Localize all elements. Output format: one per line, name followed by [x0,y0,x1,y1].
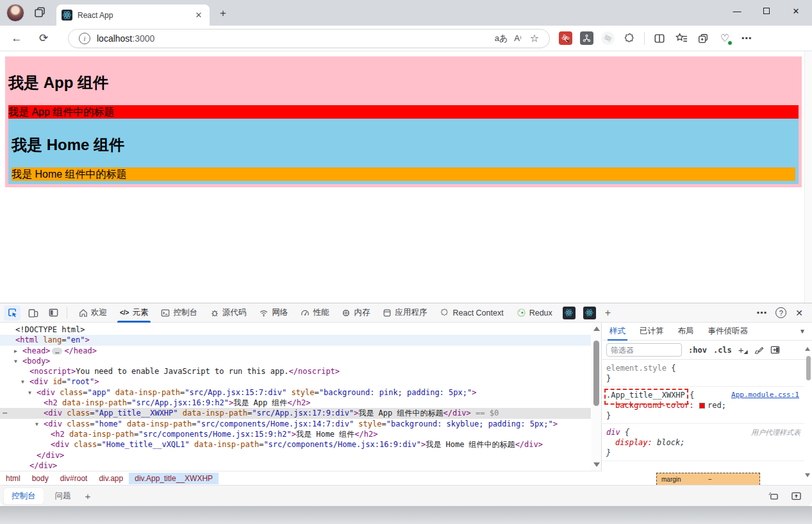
style-rule-app-title[interactable]: .App_title__XWXHP { App.module.css:1 bac… [602,387,804,424]
breadcrumb-item[interactable]: div.app [93,473,129,484]
react-devtools-tab[interactable] [581,305,599,321]
scroll-down-icon[interactable] [593,462,600,467]
devtools-tab-sources[interactable]: 源代码 [204,303,253,323]
atom-extension-icon[interactable] [601,31,615,45]
dom-tree-row[interactable]: <html lang="en"> [0,335,591,345]
browser-essentials-icon[interactable]: ♡ [718,31,732,46]
scroll-down-icon[interactable] [805,473,810,477]
new-style-rule-icon[interactable]: +◢ [738,344,748,355]
drawer-dock-icon[interactable] [768,491,779,501]
devtools-more-icon[interactable]: ⋯ [756,307,766,319]
expander-icon[interactable]: ▶ [14,346,22,357]
dom-tree-row[interactable]: <div class="Home_title__vXQL1" data-insp… [0,439,591,450]
styles-scrollbar[interactable] [804,342,812,485]
tab-close-icon[interactable]: ✕ [193,10,204,21]
breadcrumb-item[interactable]: div.App_title__XWXHP [129,473,219,484]
info-icon[interactable]: i [79,33,90,44]
favorites-bar-icon[interactable] [674,31,688,46]
stylesheet-source-link[interactable]: App.module.css:1 [731,390,800,400]
styles-filter-input[interactable] [606,343,682,357]
dock-side-icon[interactable] [45,305,62,321]
maximize-button[interactable] [752,0,781,22]
devtools-tab-welcome[interactable]: 欢迎 [72,303,113,323]
dom-tree-row[interactable]: <h2 data-insp-path="src/App.jsx:16:9:h2"… [0,398,591,408]
dom-tree-row[interactable]: ⋯<div class="App_title__XWXHP" data-insp… [0,408,591,418]
profile-avatar[interactable] [6,4,24,22]
dom-tree-row[interactable]: ▼<div class="home" data-insp-path="src/c… [0,419,591,429]
boxmodel-margin[interactable]: margin − [656,473,760,485]
dom-tree-row[interactable]: ▼<div id="root"> [0,376,591,387]
browser-tab[interactable]: React App ✕ [56,4,210,26]
tab-computed[interactable]: 已计算 [633,323,671,341]
devtools-tab-elements[interactable]: </> 元素 [113,303,154,323]
devtools-tab-performance[interactable]: 性能 [294,303,335,323]
settings-more-icon[interactable]: ⋯ [740,31,754,46]
read-aloud-icon[interactable]: A⁾ [510,33,526,43]
console-icon [161,308,170,317]
workspaces-icon[interactable] [33,6,47,20]
collections-icon[interactable] [696,31,710,46]
devtools-tab-redux[interactable]: Redux [510,303,559,323]
favorite-star-icon[interactable]: ☆ [526,32,543,44]
dom-tree-row[interactable]: <h2 data-insp-path="src/components/Home.… [0,429,591,439]
expander-icon[interactable]: ▼ [28,388,37,398]
devtools-tab-network[interactable]: 网络 [253,303,294,323]
translate-icon[interactable]: aあ [493,33,510,44]
dom-tree-row[interactable]: </div> [0,461,591,471]
pseudo-state-toggle[interactable]: :hov [688,346,707,355]
tab-event-listeners[interactable]: 事件侦听器 [701,323,756,341]
new-tab-button[interactable]: + [216,6,230,21]
expander-icon[interactable]: ▼ [35,419,44,430]
page-scrollbar[interactable] [804,51,812,303]
devtools-tab-application[interactable]: 应用程序 [376,303,433,323]
devtools-close-icon[interactable]: ✕ [795,308,803,318]
extensions-puzzle-icon[interactable] [622,31,636,46]
dom-tree-row[interactable]: <noscript>You need to enable JavaScript … [0,366,591,376]
class-toggle[interactable]: .cls [713,346,732,355]
address-bar[interactable]: i localhost:3000 aあ A⁾ ☆ [68,29,550,48]
graph-extension-icon[interactable] [580,31,593,45]
drawer-tab-console[interactable]: 控制台 [4,488,44,504]
dom-tree-row[interactable]: <!DOCTYPE html> [0,325,591,335]
drawer-more-tools-button[interactable]: + [85,491,91,502]
expander-icon[interactable]: ▼ [21,377,29,387]
device-emulation-icon[interactable] [24,305,41,321]
dom-tree-row[interactable]: ▼<body> [0,356,591,366]
inspect-element-icon[interactable] [4,305,21,321]
devtools-tab-console[interactable]: 控制台 [154,303,204,323]
dom-tree-scrollbar[interactable] [592,323,601,471]
scroll-up-icon[interactable] [805,347,810,351]
breadcrumb-item[interactable]: div#root [54,473,94,484]
drawer-tab-issues[interactable]: 问题 [47,488,79,504]
more-tabs-button[interactable]: + [605,307,611,319]
split-screen-icon[interactable] [652,31,667,46]
react-devtools-extension-icon[interactable] [559,31,572,45]
react-devtools-tab[interactable] [560,305,578,321]
back-icon[interactable]: ← [8,30,26,47]
brush-icon[interactable] [754,345,764,355]
scroll-up-icon[interactable] [593,326,600,331]
devtools-tab-memory[interactable]: 内存 [335,303,376,323]
breadcrumb-item[interactable]: body [26,473,54,484]
minimize-button[interactable]: — [722,0,752,22]
tab-layout[interactable]: 布局 [671,323,701,341]
dom-tree-column: <!DOCTYPE html><html lang="en">▶<head>…<… [0,323,602,485]
style-rule-element-style[interactable]: element.style { } [602,360,804,387]
tab-styles[interactable]: 样式 [602,323,633,341]
breadcrumb-item[interactable]: html [0,473,26,484]
chevron-down-icon[interactable]: ▼ [799,328,806,335]
drawer-expand-icon[interactable] [791,491,802,501]
scrollbar-thumb[interactable] [593,341,599,406]
dock-pane-icon[interactable] [770,345,780,355]
devtools-tab-react-context[interactable]: React Context [433,303,510,323]
reload-icon[interactable]: ⟳ [35,30,53,47]
dom-tree-row[interactable]: ▼<div class="app" data-insp-path="src/Ap… [0,387,591,398]
color-swatch[interactable] [699,403,705,409]
expander-icon[interactable]: ▼ [14,357,22,367]
scrollbar-thumb[interactable] [806,356,811,380]
close-button[interactable]: ✕ [781,0,811,22]
devtools-help-icon[interactable]: ? [775,307,786,318]
dom-tree-row[interactable]: ▶<head>…</head> [0,346,591,356]
dom-tree-row[interactable]: </div> [0,450,591,461]
style-rule-div-ua[interactable]: div { 用户代理样式表 display: block; } [602,424,804,461]
